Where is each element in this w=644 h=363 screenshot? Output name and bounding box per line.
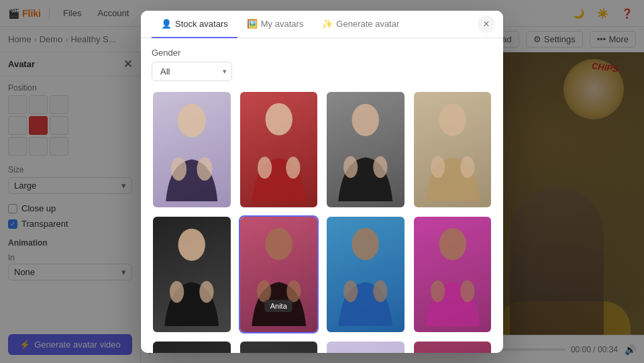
avatar-silhouette-svg-7 [327, 217, 405, 332]
avatar-grid: Alyssa ♀ Alyssa [152, 91, 492, 353]
modal-tabs: 👤 Stock avatars 🖼️ My avatars ✨ Generate… [141, 11, 503, 38]
svg-point-3 [265, 103, 292, 135]
avatar-card-row3-1[interactable]: ♀ [152, 340, 232, 353]
avatar-card-alyssa-2[interactable]: Alyssa ♀ [239, 91, 319, 209]
gender-select[interactable]: All Male Female [152, 62, 232, 81]
svg-point-12 [178, 228, 205, 260]
svg-point-10 [431, 156, 445, 178]
tab-stock-avatars[interactable]: 👤 Stock avatars [152, 11, 237, 38]
svg-point-16 [257, 280, 271, 302]
svg-point-22 [431, 280, 445, 302]
svg-point-5 [286, 156, 300, 178]
avatar-silhouette-svg-12 [414, 342, 492, 353]
svg-point-7 [343, 156, 358, 178]
avatar-image-anita-3 [414, 217, 492, 332]
svg-point-1 [171, 157, 186, 180]
avatar-name-row-anita-3: Anita ♀ [414, 332, 492, 333]
tab-my-label: My avatars [261, 19, 304, 29]
avatar-image-amy-1 [327, 92, 405, 207]
modal-overlay: 👤 Stock avatars 🖼️ My avatars ✨ Generate… [0, 0, 644, 363]
svg-point-6 [352, 103, 379, 136]
avatar-name-row-anita-1: Anita ♀ [240, 332, 318, 333]
svg-point-11 [460, 156, 474, 178]
svg-point-19 [343, 280, 358, 302]
avatar-name-row-alyssa-2: Alyssa ♀ [240, 207, 318, 209]
avatar-card-anita-3[interactable]: Anita ♀ [413, 215, 493, 333]
svg-point-21 [439, 227, 466, 260]
avatar-image-anita-1 [240, 217, 318, 332]
avatar-image-amy-3 [153, 217, 231, 332]
avatar-silhouette-svg-2 [240, 92, 318, 207]
avatar-silhouette-svg [153, 92, 231, 207]
modal-body: Gender All Male Female ▾ [141, 38, 503, 353]
avatar-image-amy-2 [414, 92, 492, 207]
avatar-image-alyssa-2 [240, 92, 318, 207]
avatar-card-row3-4[interactable]: ♀ [413, 340, 493, 353]
svg-point-4 [257, 156, 271, 178]
avatar-silhouette-svg-8 [414, 217, 492, 332]
gender-select-wrapper: All Male Female ▾ [152, 62, 232, 81]
avatar-card-alyssa-1[interactable]: Alyssa ♀ [152, 91, 232, 209]
svg-point-0 [178, 103, 206, 137]
tab-my-avatars[interactable]: 🖼️ My avatars [237, 11, 313, 38]
svg-point-15 [265, 227, 292, 260]
avatar-card-row3-2[interactable]: ♀ [239, 340, 319, 353]
avatar-image-row3-2 [240, 342, 318, 353]
avatar-image-row3-1 [153, 342, 231, 353]
svg-point-17 [286, 280, 301, 302]
avatar-silhouette-svg-9 [153, 342, 231, 353]
avatar-image-alyssa-1 [153, 92, 231, 207]
svg-point-8 [373, 156, 387, 178]
svg-point-2 [197, 157, 212, 180]
svg-point-20 [373, 280, 387, 302]
avatar-silhouette-svg-5 [153, 217, 231, 332]
avatar-image-row3-3 [327, 342, 405, 353]
avatar-card-anita-1[interactable]: Anita Anita ♀ [239, 215, 319, 333]
avatar-name-row-alyssa-1: Alyssa ♀ [153, 207, 231, 209]
svg-point-23 [460, 280, 474, 302]
avatar-silhouette-svg-6 [240, 217, 318, 332]
generate-avatar-icon: ✨ [322, 19, 333, 29]
avatar-silhouette-svg-10 [240, 342, 318, 353]
my-avatars-icon: 🖼️ [247, 19, 258, 29]
gender-label: Gender [152, 48, 492, 58]
avatar-name-row-anita-2: Anita ♀ [327, 332, 405, 333]
svg-point-9 [439, 103, 466, 136]
modal-close-button[interactable]: × [478, 15, 495, 33]
avatar-card-anita-2[interactable]: Anita ♀ [325, 215, 406, 333]
avatar-silhouette-svg-11 [327, 342, 405, 353]
avatar-card-amy-2[interactable]: Amy ♀ [413, 91, 493, 209]
svg-point-14 [199, 280, 213, 303]
svg-point-18 [352, 227, 379, 260]
avatar-name-row-amy-2: Amy ♀ [414, 207, 492, 209]
tab-stock-label: Stock avatars [175, 19, 228, 29]
avatar-card-row3-3[interactable]: ♀ [325, 340, 406, 353]
tab-generate-avatar[interactable]: ✨ Generate avatar [313, 11, 409, 38]
avatar-name-row-amy-3: Amy ♀ [153, 332, 231, 333]
avatar-silhouette-svg-4 [414, 92, 492, 207]
avatar-image-anita-2 [327, 217, 405, 332]
avatar-card-amy-3[interactable]: Amy ♀ [152, 215, 232, 333]
avatar-card-amy-1[interactable]: Amy ♀ [325, 91, 406, 209]
stock-avatars-icon: 👤 [161, 19, 172, 29]
avatar-image-row3-4 [414, 342, 492, 353]
tab-generate-label: Generate avatar [336, 19, 399, 29]
gender-filter: Gender All Male Female ▾ [152, 48, 492, 81]
avatar-modal: 👤 Stock avatars 🖼️ My avatars ✨ Generate… [141, 11, 503, 353]
avatar-silhouette-svg-3 [327, 92, 405, 207]
avatar-name-row-amy-1: Amy ♀ [327, 207, 405, 209]
svg-point-13 [170, 280, 184, 303]
